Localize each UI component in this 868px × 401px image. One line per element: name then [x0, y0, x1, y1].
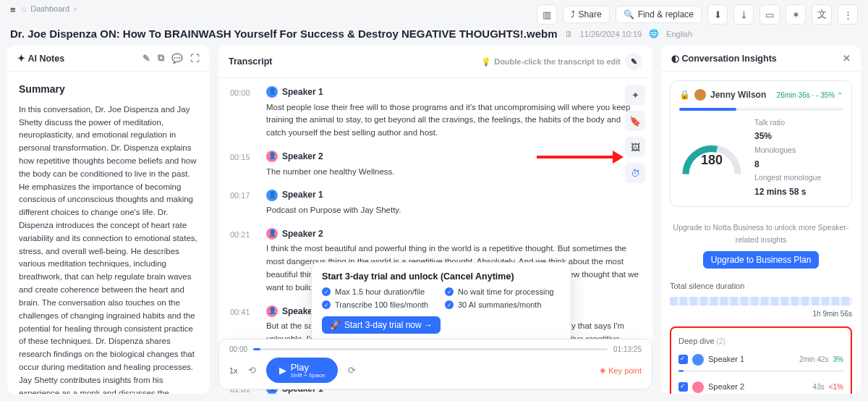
checkbox-icon[interactable]	[678, 355, 688, 364]
chevron-up-icon[interactable]: ⌃	[837, 91, 843, 99]
copy-icon[interactable]: ⧉	[158, 53, 164, 64]
checkbox-icon[interactable]	[678, 382, 688, 392]
transcript-timestamp[interactable]: 00:00	[230, 85, 259, 140]
audio-player: 00:00 01:13:25 1x ⟲ ▶ PlayShift + Space …	[218, 339, 652, 389]
share-icon: ⤴	[571, 9, 575, 20]
player-total-time: 01:13:25	[613, 345, 642, 353]
avatar: 👤	[266, 305, 278, 317]
player-progress-bar[interactable]	[253, 348, 608, 350]
silence-heading: Total silence duration	[670, 280, 852, 292]
upsell-text: Upgrade to Notta Business to unlock more…	[673, 221, 849, 245]
trial-feature: ✓30 AI summaries/month	[445, 300, 561, 309]
bookmark-rail-button[interactable]: 🔖	[625, 111, 645, 131]
find-replace-button[interactable]: 🔍Find & replace	[616, 6, 702, 23]
rewind-button[interactable]: ⟲	[248, 365, 256, 376]
page-language: English	[666, 30, 692, 38]
share-button[interactable]: ⤴Share	[563, 6, 610, 23]
ai-rail-button[interactable]: ✦	[625, 85, 645, 105]
image-rail-button[interactable]: 🖼	[625, 137, 645, 157]
gauge-chart: 180	[679, 135, 744, 181]
avatar	[694, 89, 706, 101]
transcript-speaker: 👤Speaker 2	[266, 227, 641, 241]
more-button[interactable]: ⋮	[838, 4, 858, 25]
keypoint-button[interactable]: ◈ Key point	[600, 366, 642, 375]
silence-duration: 1h 9min 56s	[670, 308, 852, 320]
calendar-icon: 🗓	[565, 30, 573, 38]
trial-popup: Start 3-day trial and unlock (Cancel Any…	[311, 262, 571, 343]
transcript-panel: Transcript 💡Double-click the transcript …	[218, 46, 652, 394]
trial-feature: ✓Max 1.5 hour duration/file	[322, 287, 438, 296]
transcript-text[interactable]: The number one healthy Wellness.	[266, 166, 641, 179]
deep-dive-section: Deep dive (2) Speaker 1 2min 42s 3% Spea…	[670, 326, 852, 394]
transcript-timestamp[interactable]: 00:17	[230, 188, 259, 216]
transcript-text[interactable]: Most people lose their free will to thos…	[266, 101, 641, 140]
transcript-timestamp[interactable]: 00:21	[230, 227, 259, 295]
ai-notes-panel: ✦ AI Notes ✎ ⧉ 💬 ⛶ Summary In this conve…	[7, 46, 210, 394]
upsell-block: Upgrade to Notta Business to unlock more…	[670, 214, 852, 276]
play-icon: ▶	[279, 365, 286, 376]
transcript-tip: 💡Double-click the transcript to edit	[481, 57, 621, 67]
silence-bar	[670, 297, 852, 305]
summary-heading: Summary	[19, 82, 198, 98]
transcript-heading: Transcript	[229, 56, 272, 67]
clock-rail-button[interactable]: ⏱	[625, 163, 645, 183]
sparkle-icon: ✦	[17, 53, 25, 64]
breadcrumb-root: Dashboard	[30, 4, 69, 13]
player-current-time: 00:00	[229, 345, 247, 353]
play-button[interactable]: ▶ PlayShift + Space	[266, 358, 339, 383]
globe-icon: 🌐	[649, 29, 659, 38]
search-icon: 🔍	[624, 9, 634, 20]
lock-icon: 🔒	[679, 88, 690, 102]
translate-button[interactable]: 文	[812, 4, 832, 25]
speaker-name: Jenny Wilson	[710, 88, 766, 102]
menu-icon[interactable]: ≡	[10, 4, 16, 15]
wand-icon[interactable]: ✎	[142, 53, 150, 64]
screen-button[interactable]: ▭	[760, 4, 780, 25]
talk-ratio-bar	[679, 108, 843, 111]
transcript-text[interactable]: Podcast on Purpose with Jay Shetty.	[266, 204, 641, 217]
comment-icon[interactable]: 💬	[171, 53, 183, 64]
transcript-row[interactable]: 00:17👤Speaker 1Podcast on Purpose with J…	[230, 188, 641, 216]
transcript-timestamp[interactable]: 00:15	[230, 150, 259, 178]
forward-button[interactable]: ⟳	[348, 365, 356, 376]
ai-notes-heading: AI Notes	[27, 54, 64, 64]
trial-feature: ✓Transcribe 100 files/month	[322, 300, 438, 309]
playback-speed[interactable]: 1x	[229, 366, 238, 375]
edit-transcript-button[interactable]: ✎	[625, 53, 642, 70]
transcript-speaker: 👤Speaker 2	[266, 150, 641, 164]
transcript-speaker: 👤Speaker 1	[266, 85, 641, 99]
insights-icon: ◐	[671, 53, 679, 64]
clip-button[interactable]: ✶	[786, 4, 806, 25]
avatar: 👤	[266, 228, 278, 240]
transcript-speaker: 👤Speaker 1	[266, 188, 641, 202]
insights-heading: Conversation Insights	[681, 54, 776, 64]
insights-panel: ◐ Conversation Insights ✕ 🔒 Jenny Wilson…	[661, 46, 861, 394]
speaker-card: 🔒 Jenny Wilson 26min 36s · - 35% ⌃ 180 T…	[670, 80, 852, 207]
transcript-row[interactable]: 00:00👤Speaker 1Most people lose their fr…	[230, 85, 641, 140]
bulb-icon: 💡	[481, 57, 491, 67]
upgrade-button[interactable]: Upgrade to Business Plan	[703, 251, 820, 269]
deep-dive-bar	[678, 370, 843, 372]
expand-icon[interactable]: ⛶	[190, 54, 200, 64]
deep-dive-item[interactable]: Speaker 1 2min 42s 3%	[678, 353, 843, 366]
home-icon: ⌂	[22, 4, 27, 13]
trial-heading: Start 3-day trial and unlock (Cancel Any…	[322, 271, 561, 282]
page-title: Dr. Joe Dispenza ON: How To BRAINWASH Yo…	[10, 28, 558, 40]
page-date: 11/26/2024 10:19	[580, 30, 642, 38]
transcript-row[interactable]: 00:15👤Speaker 2The number one healthy We…	[230, 150, 641, 178]
chevron-right-icon: ›	[74, 4, 77, 13]
avatar: 👤	[266, 86, 278, 98]
layout-toggle-button[interactable]: ▥	[537, 4, 557, 25]
avatar: 👤	[266, 190, 278, 201]
deep-dive-item[interactable]: Speaker 2 43s <1%	[678, 381, 843, 393]
gauge-value: 180	[701, 151, 723, 171]
avatar: 👤	[266, 151, 278, 162]
close-insights-button[interactable]: ✕	[843, 53, 851, 64]
deep-dive-heading: Deep dive	[678, 337, 715, 345]
summary-text: In this conversation, Dr. Joe Dispenza a…	[19, 104, 198, 394]
trial-feature: ✓No wait time for processing	[445, 287, 561, 296]
export-button[interactable]: ⤓	[733, 4, 754, 25]
breadcrumb[interactable]: ⌂ Dashboard ›	[22, 4, 77, 13]
download-button[interactable]: ⬇	[707, 4, 728, 25]
start-trial-button[interactable]: 🚀 Start 3-day trial now →	[322, 316, 441, 334]
